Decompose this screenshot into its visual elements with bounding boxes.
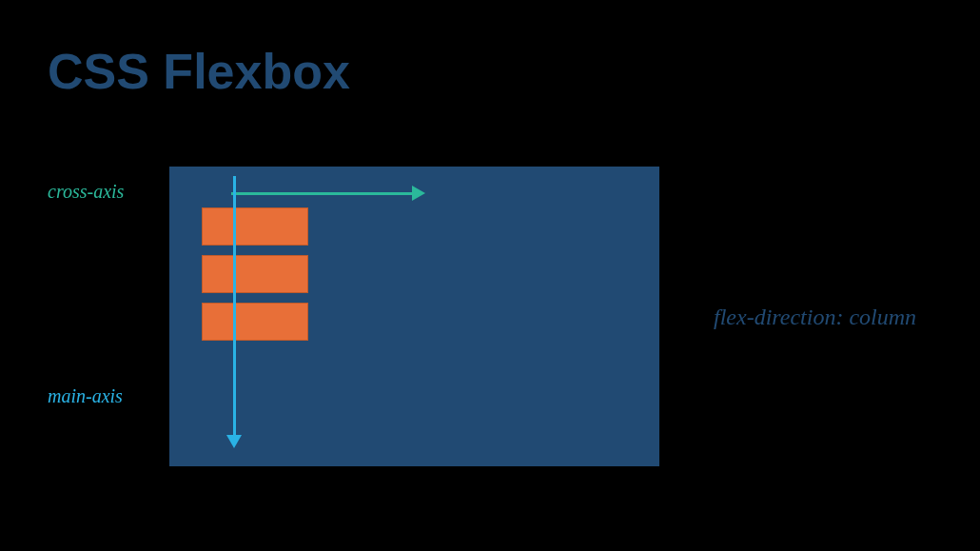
flex-item-1 — [202, 207, 308, 246]
main-axis-label: main-axis — [48, 385, 123, 407]
flex-item-2 — [202, 255, 308, 293]
flex-item-3 — [202, 303, 308, 341]
cross-axis-label: cross-axis — [48, 181, 124, 203]
flex-direction-label: flex-direction: column — [714, 305, 916, 330]
page-title: CSS Flexbox — [48, 43, 350, 100]
